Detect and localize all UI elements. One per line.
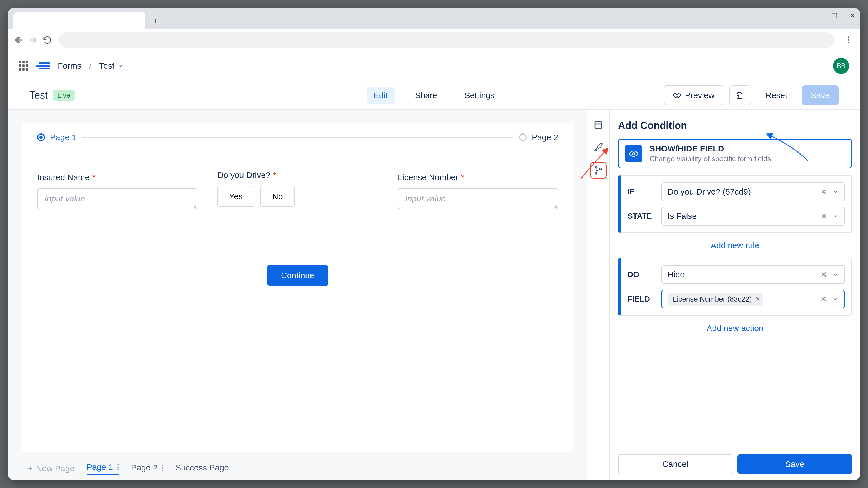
url-bar[interactable] [58,32,835,48]
more-icon[interactable] [162,465,163,471]
state-label: STATE [627,212,655,221]
select-value: Do you Drive? (57cd9) [668,187,815,197]
panel-save-button[interactable]: Save [738,454,852,474]
stepper-page-2[interactable]: Page 2 [519,133,558,142]
stepper-line [83,137,513,138]
clear-icon[interactable]: ✕ [818,295,829,304]
close-window-button[interactable]: ✕ [850,12,855,20]
file-export-icon [736,91,744,99]
breadcrumb-forms[interactable]: Forms [58,61,81,70]
more-icon[interactable] [118,464,119,470]
app-switcher-icon[interactable] [19,61,28,70]
field-insured-name: Insured Name* Input value [37,173,197,209]
panel-title: Add Condition [618,120,852,132]
branch-icon [594,166,603,175]
if-rule-card: IF Do you Drive? (57cd9) ✕ STATE Is Fals… [618,175,852,233]
rail-style-button[interactable] [591,140,606,155]
reset-button[interactable]: Reset [757,85,796,105]
avatar[interactable]: BB [833,58,849,74]
svg-point-4 [676,94,678,96]
maximize-button[interactable] [831,12,838,19]
app-header: Forms / Test BB [8,51,860,81]
cancel-button[interactable]: Cancel [618,454,733,474]
toolbar-actions: Preview Reset Save [664,85,839,105]
main-area: Page 1 Page 2 Insured Name* Input value [8,110,860,480]
page-stepper: Page 1 Page 2 [37,133,558,142]
clear-icon[interactable]: ✕ [818,270,830,279]
chip-remove-icon[interactable]: ✕ [755,295,760,303]
chevron-down-icon [833,271,839,278]
tab-edit[interactable]: Edit [367,87,395,104]
field-label: Insured Name* [37,173,197,182]
radio-empty-icon [519,134,527,141]
if-field-select[interactable]: Do you Drive? (57cd9) ✕ [661,182,845,201]
if-row: IF Do you Drive? (57cd9) ✕ [627,182,845,201]
footer-tab-label: Success Page [176,463,229,472]
yes-button[interactable]: Yes [217,186,254,207]
stepper-page-1[interactable]: Page 1 [37,133,76,142]
no-button[interactable]: No [260,186,294,207]
export-button[interactable] [730,85,751,105]
state-select[interactable]: Is False ✕ [661,207,845,226]
add-new-action-link[interactable]: Add new action [618,323,852,333]
add-new-rule-link[interactable]: Add new rule [618,241,852,250]
field-do-you-drive: Do you Drive?* Yes No [217,173,378,209]
rail-conditions-button[interactable] [590,162,607,179]
state-row: STATE Is False ✕ [627,207,845,226]
toolbar-tabs: Edit Share Settings [367,87,501,104]
preview-button[interactable]: Preview [664,85,723,105]
clear-icon[interactable]: ✕ [818,188,830,196]
field-chip: License Number (83c22) ✕ [668,293,763,306]
tab-settings[interactable]: Settings [458,87,501,104]
reload-button[interactable] [43,35,52,45]
license-number-input[interactable]: Input value [398,188,558,209]
chevron-down-icon [832,296,838,302]
app-logo-icon[interactable] [36,62,50,69]
svg-rect-6 [595,122,602,128]
panel-footer: Cancel Save [618,449,852,474]
tab-share[interactable]: Share [408,87,444,104]
stepper-page-2-label: Page 2 [532,133,558,142]
browser-menu-button[interactable] [843,36,854,44]
footer-tab-success[interactable]: Success Page [176,463,229,474]
preview-label: Preview [685,91,715,100]
field-label: License Number* [398,173,558,182]
svg-rect-0 [832,13,837,18]
browser-nav-bar [8,29,860,51]
new-page-button[interactable]: + New Page [28,464,74,473]
do-select[interactable]: Hide ✕ [661,265,845,284]
yes-no-group: Yes No [217,186,378,207]
stepper-page-1-label: Page 1 [50,133,76,142]
minimize-button[interactable]: — [812,12,819,20]
required-asterisk: * [92,173,95,182]
footer-tab-page-1[interactable]: Page 1 [87,462,119,475]
select-value: Hide [668,270,815,279]
chevron-down-icon [117,63,123,69]
field-multiselect[interactable]: License Number (83c22) ✕ ✕ [661,290,845,309]
continue-button[interactable]: Continue [267,265,328,286]
breadcrumb-separator: / [89,61,91,70]
chevron-down-icon [833,189,839,195]
eye-icon [625,145,642,162]
form-card: Page 1 Page 2 Insured Name* Input value [22,122,574,452]
breadcrumb-test-dropdown[interactable]: Test [99,61,123,70]
label-text: Do you Drive? [217,170,270,179]
fields-row: Insured Name* Input value Do you Drive?*… [37,173,558,209]
browser-window: + — ✕ Forms / Test [8,8,860,480]
new-tab-button[interactable]: + [149,12,162,29]
clear-icon[interactable]: ✕ [818,212,830,221]
back-button[interactable] [14,35,23,45]
svg-point-11 [632,152,635,155]
footer-tab-page-2[interactable]: Page 2 [131,463,163,474]
condition-type-subtitle: Change visibility of specific form field… [649,154,771,163]
field-label: Do you Drive?* [217,170,378,180]
rocket-icon [594,143,603,152]
condition-type-card[interactable]: SHOW/HIDE FIELD Change visibility of spe… [618,139,852,168]
form-toolbar: Test Live Edit Share Settings Preview Re… [8,81,860,110]
chip-label: License Number (83c22) [673,295,752,304]
required-asterisk: * [273,170,276,179]
rail-layout-button[interactable] [591,118,606,133]
browser-tab[interactable] [13,12,145,29]
conditions-panel: Add Condition SHOW/HIDE FIELD Change vis… [610,110,860,480]
insured-name-input[interactable]: Input value [37,188,197,209]
